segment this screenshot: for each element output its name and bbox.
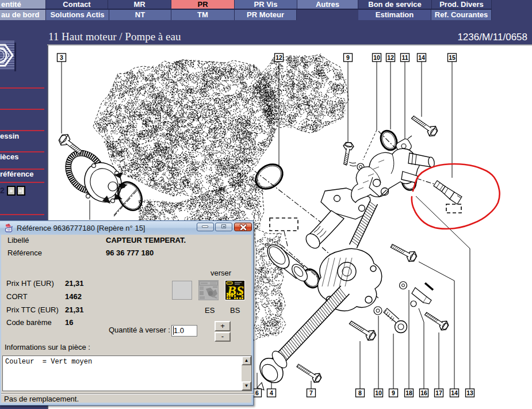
svg-text:4: 4 <box>270 389 273 396</box>
svg-text:18: 18 <box>405 389 412 396</box>
svg-text:6: 6 <box>255 389 259 396</box>
svg-text:15: 15 <box>449 54 456 61</box>
svg-text:9: 9 <box>392 389 395 396</box>
svg-text:16: 16 <box>420 389 427 396</box>
svg-text:BS: BS <box>227 283 244 298</box>
svg-text:10: 10 <box>375 389 382 396</box>
svg-text:13: 13 <box>466 389 473 396</box>
svg-text:8: 8 <box>358 389 362 396</box>
svg-text:12: 12 <box>275 54 282 61</box>
svg-text:11: 11 <box>401 54 408 61</box>
svg-text:14: 14 <box>451 389 458 396</box>
svg-text:14: 14 <box>418 54 425 61</box>
svg-text:9: 9 <box>346 54 350 61</box>
svg-text:10: 10 <box>373 54 380 61</box>
svg-text:17: 17 <box>435 389 442 396</box>
svg-text:12: 12 <box>387 54 394 61</box>
svg-text:3: 3 <box>60 54 63 61</box>
svg-text:7: 7 <box>309 389 313 396</box>
